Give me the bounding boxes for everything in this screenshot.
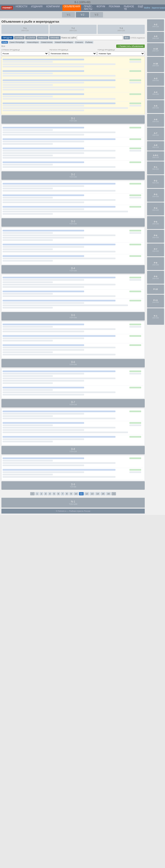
ads-section-yellow [1,57,145,114]
sub-tag-new-novosibirsk[interactable]: Новый Новосибирск [54,41,73,43]
sub-tag-sevastopol[interactable]: Севастополь [40,41,53,43]
page-next-btn[interactable]: → [111,492,116,495]
p-banner-8[interactable]: P-8 200×200 [147,257,164,270]
sub-tag-spb[interactable]: Санкт-Петербург [9,41,26,43]
v-banner-3[interactable]: V-3 [90,12,103,18]
a-banner-8[interactable]: A-8 200×110 [147,141,164,151]
p-banner-4[interactable]: P-4 200×200 [147,203,164,215]
add-listing-btn[interactable]: + Разместить объявление [116,44,145,48]
nav-item-forum[interactable]: ФОРУМ [96,5,106,11]
login-link[interactable]: Войти [144,7,150,9]
d-banner-6[interactable]: D-6 715×100 [1,359,145,367]
page-btn-2[interactable]: 2 [40,492,43,495]
category-all: Все [1,45,5,48]
k-banner-1[interactable]: K-1 200×300 [147,308,164,325]
page-btn-12[interactable]: 12 [85,492,89,495]
page-btn-5[interactable]: 5 [52,492,56,495]
page-btn-10[interactable]: 10 [73,492,78,495]
nav-item-eshyo[interactable]: ЕЩЁ [137,5,144,11]
a-banner-7[interactable]: A-7 200×200 [147,127,164,141]
page-btn-3[interactable]: 3 [44,492,47,495]
sub-tag-snachalo[interactable]: Сначало [74,41,84,43]
register-link[interactable]: Зарегистрироваться [152,7,165,9]
tab-kuplyu[interactable]: КУПЛЮ [14,36,25,39]
seller-city-select[interactable]: Новинки Туры [98,51,145,56]
tab-prodam[interactable]: ПРОДАМ [1,36,13,39]
tab-prochee[interactable]: ПРОЧЕЕ [49,36,61,39]
nav-item-kompanii[interactable]: КОМПАНИИ [45,5,61,11]
d-banner-1[interactable]: D-1 715×100 [1,115,145,124]
d-banner-2[interactable]: D-2 715×100 [1,171,145,180]
sub-tag-ryba[interactable]: Рыба [1,41,8,43]
page-btn-13[interactable]: 13 [90,492,95,495]
t-banner-3[interactable]: Т-3 260×120 [98,25,145,34]
page-btn-14[interactable]: 14 [95,492,100,495]
p-banner-1[interactable]: P-1 500×200 [147,161,164,175]
ad-item-1-content [3,59,128,68]
a-banner-6[interactable]: A-6 200×200 [147,114,164,127]
p-banner-6[interactable]: P-6 200×200 [147,230,164,243]
page-btn-15[interactable]: 15 [101,492,105,495]
tab-rabota[interactable]: РАБОТА [37,36,48,39]
ad-item-2 [3,69,143,79]
a-banner-16[interactable]: A-16 240×200 [147,57,164,72]
page-btn-4[interactable]: 4 [48,492,52,495]
ads-section-9 [1,455,145,481]
t-banner-1[interactable]: Т-1 260×120 [1,25,48,34]
tab-uslugi[interactable]: УСЛУГИ [25,36,36,39]
page-btn-16[interactable]: 16 [106,492,111,495]
page-btn-6[interactable]: 6 [57,492,60,495]
ads-section-7 [1,368,145,399]
seller-country-select[interactable]: Россия [1,51,48,56]
p-banner-7[interactable]: P-7 200×200 [147,244,164,256]
d-banner-7[interactable]: D-7 715×116 [1,399,145,407]
p-banner-5[interactable]: P-5 200×200 [147,216,164,229]
a-banner-10[interactable]: A-10 240×157 [147,43,164,56]
page-btn-7[interactable]: 7 [61,492,64,495]
search-input[interactable] [77,35,123,40]
top-banner-label: B-1 (100%×60) [74,1,91,3]
v-banner-1[interactable]: V-1 [62,12,75,18]
page-btn-8[interactable]: 8 [65,492,69,495]
ad-item-11 [3,193,143,205]
page-prev-btn[interactable]: ← [30,492,35,495]
p-banner-9[interactable]: P-9 200×200 [147,271,164,284]
n-banner-1[interactable]: N-1 715×100 [1,498,145,508]
a-banner-8-1[interactable]: A-8-1 200×110 [147,151,164,161]
a-banner-9[interactable]: A-9 240×120 [147,32,164,42]
page-btn-1[interactable]: 1 [35,492,39,495]
ad-item-3-content [3,80,128,91]
d-banner-5[interactable]: D-5 715×100 [1,312,145,320]
nav-item-reklama[interactable]: РЕКЛАМА [108,5,121,11]
nav-item-prays[interactable]: ПРАЙС-ЛИСТЫ [83,5,94,11]
p-banner-11[interactable]: P-11 200×200 [147,294,164,308]
d-banner-4[interactable]: D-4 715×100 [1,265,145,274]
page-btn-9[interactable]: 9 [69,492,73,495]
page-btn-11[interactable]: 11 [79,492,84,495]
nav-item-izdaniya[interactable]: ИЗДАНИЯ [30,5,43,11]
d-banner-9[interactable]: D-9 715×86 [1,481,145,490]
a-banner-4[interactable]: A-4 200×200 [147,87,164,99]
a-banner-5[interactable]: A-5 200×200 [147,100,164,113]
sub-tag-novosibirsk[interactable]: Новосибирск [26,41,39,43]
d-banner-8[interactable]: D-8 715×116 [1,446,145,455]
p-banner-2[interactable]: P-2 500×200 [147,175,164,188]
search-all-btn[interactable]: Все [124,36,130,39]
v-banner-2[interactable]: V-2 [76,12,89,18]
a-banner-3[interactable]: A-3 200×200 [147,73,164,86]
ad-item-26 [3,435,143,444]
ad-item-3-price [129,80,143,91]
sub-tag-rybina[interactable]: Рыбина [85,41,93,43]
d-banner-3[interactable]: D-3 715×100 [1,218,145,227]
seller-region-select[interactable]: Пензенская область [50,51,97,56]
t-banner-2[interactable]: Т-2 260×120 [50,25,97,34]
p-banner-10[interactable]: P-10 [147,284,164,294]
seller-region-label: РЕГИОН ПРОДАВЦА [50,49,97,51]
nav-logo[interactable]: FISHNET [1,6,13,10]
p-banner-3[interactable]: P-3 200×200 [147,189,164,202]
nav-item-obyavleniya[interactable]: ОБЪЯВЛЕНИЯ [63,5,81,11]
a-banner-2[interactable]: A-2 240×120 [147,19,164,31]
nav-right: Войти Зарегистрироваться [144,7,165,9]
nav-item-tv[interactable]: РЫБНОЕ ТВ [123,5,135,11]
nav-item-novosti[interactable]: НОВОСТИ [15,5,28,11]
